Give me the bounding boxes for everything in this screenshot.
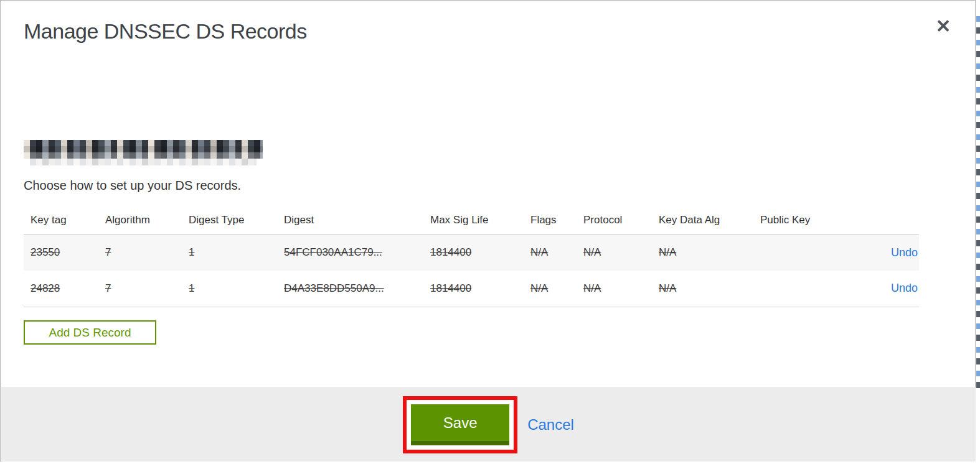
column-header-digest: Digest [277, 206, 423, 234]
table-header-row: Key tag Algorithm Digest Type Digest Max… [24, 206, 919, 234]
cell-digest: 54FCF030AA1C79... [277, 234, 423, 271]
cell-max-sig-life: 1814400 [423, 271, 524, 307]
add-ds-record-button[interactable]: Add DS Record [24, 320, 156, 345]
column-header-protocol: Protocol [577, 206, 652, 234]
column-header-key-data-alg: Key Data Alg [652, 206, 753, 234]
column-header-digest-type: Digest Type [182, 206, 277, 234]
table-row: 24828 7 1 D4A33E8DD550A9... 1814400 N/A … [24, 271, 919, 307]
column-header-key-tag: Key tag [24, 206, 98, 234]
undo-link[interactable]: Undo [891, 246, 918, 259]
table-row: 23550 7 1 54FCF030AA1C79... 1814400 N/A … [24, 234, 919, 271]
cell-protocol: N/A [577, 234, 652, 271]
cell-key-data-alg: N/A [652, 234, 753, 271]
domain-name-redacted-shadow [30, 159, 257, 165]
domain-name-redacted [24, 140, 263, 159]
save-button[interactable]: Save [411, 404, 509, 445]
modal-footer: Save Cancel [1, 387, 976, 462]
column-header-public-key: Public Key [753, 206, 853, 234]
close-icon[interactable] [935, 17, 951, 34]
instruction-text: Choose how to set up your DS records. [24, 179, 241, 193]
cell-algorithm: 7 [98, 234, 182, 271]
column-header-actions [853, 206, 919, 234]
dialog-title: Manage DNSSEC DS Records [24, 19, 307, 44]
cell-protocol: N/A [577, 271, 652, 307]
cell-key-data-alg: N/A [652, 271, 753, 307]
cell-key-tag: 24828 [24, 271, 98, 307]
cell-max-sig-life: 1814400 [423, 234, 524, 271]
cell-public-key [753, 234, 853, 271]
undo-link[interactable]: Undo [891, 282, 918, 294]
cell-flags: N/A [524, 234, 577, 271]
cancel-link[interactable]: Cancel [527, 416, 574, 434]
cell-key-tag: 23550 [24, 234, 98, 271]
column-header-algorithm: Algorithm [98, 206, 182, 234]
manage-dnssec-modal: Manage DNSSEC DS Records Choose how to s… [0, 0, 976, 462]
cell-digest: D4A33E8DD550A9... [277, 271, 423, 307]
cell-public-key [753, 271, 853, 307]
background-page-sliver [976, 0, 980, 464]
ds-records-table: Key tag Algorithm Digest Type Digest Max… [24, 206, 919, 307]
annotation-highlight-box: Save [403, 396, 517, 453]
cell-algorithm: 7 [98, 271, 182, 307]
cell-digest-type: 1 [182, 271, 277, 307]
cell-digest-type: 1 [182, 234, 277, 271]
column-header-flags: Flags [524, 206, 577, 234]
column-header-max-sig-life: Max Sig Life [423, 206, 524, 234]
screenshot-root: Manage DNSSEC DS Records Choose how to s… [0, 0, 980, 464]
cell-flags: N/A [524, 271, 577, 307]
